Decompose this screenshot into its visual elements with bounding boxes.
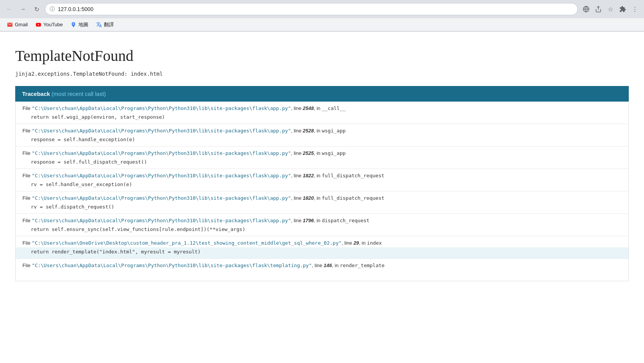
bookmark-gmail[interactable]: Gmail — [4, 20, 31, 29]
bookmark-translate[interactable]: 翻譯 — [93, 20, 117, 30]
traceback-entry-7: File "C:\Users\chuan\OneDrive\Desktop\cu… — [16, 236, 628, 259]
traceback-entry-5: File "C:\Users\chuan\AppData\Local\Progr… — [16, 191, 628, 214]
error-subtitle: jinja2.exceptions.TemplateNotFound: inde… — [15, 71, 629, 77]
lineno-5: 1820 — [303, 195, 314, 201]
bookmark-maps[interactable]: 地圖 — [67, 20, 91, 30]
funcname-7: index — [367, 240, 382, 246]
maps-icon — [70, 22, 77, 28]
back-button[interactable]: ← — [4, 4, 14, 14]
traceback-code-1: return self.wsgi_app(environ, start_resp… — [16, 113, 628, 124]
traceback-code-8 — [16, 270, 628, 281]
address-bar[interactable]: ⓘ 127.0.0.1:5000 — [45, 3, 578, 15]
bookmark-translate-label: 翻譯 — [104, 21, 114, 28]
filepath-1: "C:\Users\chuan\AppData\Local\Programs\P… — [32, 105, 291, 111]
lineno-4: 1822 — [303, 173, 314, 178]
lineno-6: 1796 — [303, 218, 314, 223]
page-content: TemplateNotFound jinja2.exceptions.Templ… — [0, 32, 644, 363]
share-button[interactable] — [593, 4, 604, 14]
info-icon: ⓘ — [50, 6, 55, 13]
traceback-code-7: return render_template("index.html", myr… — [16, 247, 628, 258]
nav-bar: ← → ↻ ⓘ 127.0.0.1:5000 ☆ ⋮ — [0, 0, 644, 18]
traceback-body: File "C:\Users\chuan\AppData\Local\Progr… — [15, 102, 629, 281]
traceback-label: Traceback — [22, 91, 50, 97]
traceback-entry-3: File "C:\Users\chuan\AppData\Local\Progr… — [16, 146, 628, 169]
funcname-3: wsgi_app — [322, 150, 346, 156]
funcname-6: dispatch_request — [322, 218, 369, 223]
lineno-1: 2548 — [303, 105, 314, 111]
browser-chrome: ← → ↻ ⓘ 127.0.0.1:5000 ☆ ⋮ Gmail — [0, 0, 644, 32]
funcname-8: render_template — [340, 263, 384, 268]
forward-button[interactable]: → — [18, 4, 28, 14]
filepath-5: "C:\Users\chuan\AppData\Local\Programs\P… — [32, 195, 291, 201]
translate-button[interactable] — [581, 4, 591, 14]
filepath-8: "C:\Users\chuan\AppData\Local\Programs\P… — [32, 263, 312, 268]
funcname-4: full_dispatch_request — [322, 173, 384, 178]
traceback-file-6: File "C:\Users\chuan\AppData\Local\Progr… — [16, 214, 628, 225]
menu-button[interactable]: ⋮ — [630, 4, 640, 14]
bookmark-button[interactable]: ☆ — [605, 4, 616, 14]
traceback-header: Traceback (most recent call last) — [15, 86, 629, 102]
traceback-file-1: File "C:\Users\chuan\AppData\Local\Progr… — [16, 102, 628, 113]
extensions-button[interactable] — [617, 4, 628, 14]
traceback-file-2: File "C:\Users\chuan\AppData\Local\Progr… — [16, 124, 628, 135]
traceback-code-6: return self.ensure_sync(self.view_functi… — [16, 225, 628, 236]
traceback-entry-1: File "C:\Users\chuan\AppData\Local\Progr… — [16, 102, 628, 124]
filepath-3: "C:\Users\chuan\AppData\Local\Programs\P… — [32, 150, 291, 156]
filepath-7: "C:\Users\chuan\OneDrive\Desktop\custom_… — [32, 240, 342, 246]
traceback-entry-8: File "C:\Users\chuan\AppData\Local\Progr… — [16, 259, 628, 281]
bookmarks-bar: Gmail YouTube 地圖 翻譯 — [0, 18, 644, 31]
lineno-8: 146 — [324, 263, 332, 268]
lineno-2: 2528 — [303, 128, 314, 134]
traceback-entry-2: File "C:\Users\chuan\AppData\Local\Progr… — [16, 124, 628, 146]
nav-right: ☆ ⋮ — [581, 4, 640, 14]
lineno-3: 2525 — [303, 150, 314, 156]
funcname-2: wsgi_app — [322, 128, 346, 134]
traceback-file-5: File "C:\Users\chuan\AppData\Local\Progr… — [16, 191, 628, 202]
traceback-section: Traceback (most recent call last) File "… — [15, 86, 629, 281]
traceback-file-8: File "C:\Users\chuan\AppData\Local\Progr… — [16, 259, 628, 270]
gmail-icon — [7, 22, 13, 28]
url-text: 127.0.0.1:5000 — [58, 6, 573, 12]
traceback-file-7: File "C:\Users\chuan\OneDrive\Desktop\cu… — [16, 236, 628, 247]
funcname-5: full_dispatch_request — [322, 195, 384, 201]
error-title: TemplateNotFound — [15, 47, 629, 65]
bookmark-youtube[interactable]: YouTube — [32, 20, 66, 29]
traceback-code-4: rv = self.handle_user_exception(e) — [16, 180, 628, 191]
bookmark-youtube-label: YouTube — [43, 22, 63, 27]
traceback-entry-4: File "C:\Users\chuan\AppData\Local\Progr… — [16, 169, 628, 191]
lineno-7: 29 — [354, 240, 359, 246]
translate-icon — [96, 22, 102, 28]
filepath-4: "C:\Users\chuan\AppData\Local\Programs\P… — [32, 173, 291, 178]
bookmark-gmail-label: Gmail — [15, 22, 28, 27]
funcname-1: __call__ — [322, 105, 346, 111]
filepath-6: "C:\Users\chuan\AppData\Local\Programs\P… — [32, 218, 291, 223]
traceback-file-3: File "C:\Users\chuan\AppData\Local\Progr… — [16, 146, 628, 158]
traceback-code-3: response = self.full_dispatch_request() — [16, 158, 628, 169]
filepath-2: "C:\Users\chuan\AppData\Local\Programs\P… — [32, 128, 291, 134]
traceback-code-5: rv = self.dispatch_request() — [16, 202, 628, 213]
reload-button[interactable]: ↻ — [31, 4, 42, 14]
traceback-code-2: response = self.handle_exception(e) — [16, 135, 628, 146]
traceback-sublabel: (most recent call last) — [52, 91, 106, 97]
traceback-file-4: File "C:\Users\chuan\AppData\Local\Progr… — [16, 169, 628, 180]
traceback-entry-6: File "C:\Users\chuan\AppData\Local\Progr… — [16, 214, 628, 236]
youtube-icon — [35, 22, 41, 28]
bookmark-maps-label: 地圖 — [78, 21, 88, 28]
